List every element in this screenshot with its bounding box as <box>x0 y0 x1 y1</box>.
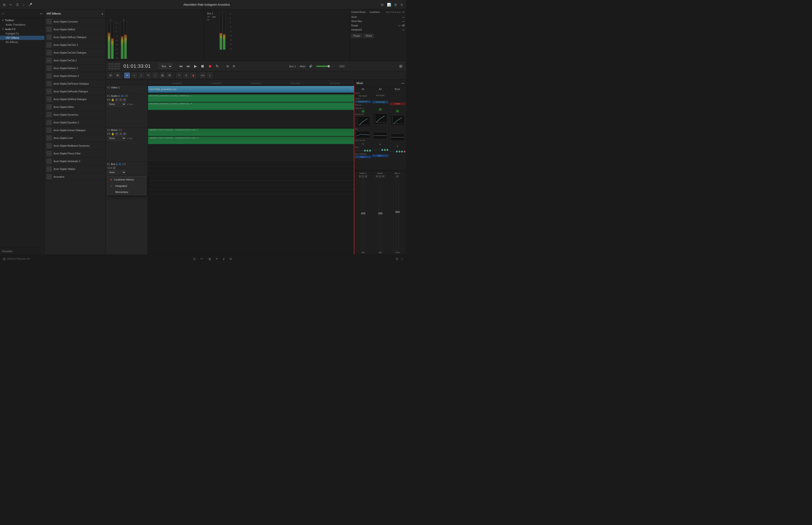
audio-transitions-item[interactable]: Audio Transitions <box>0 22 44 27</box>
effect-item-2[interactable]: ~ Acon Digital DeBuzz Dialogue <box>45 33 106 41</box>
effect-item-8[interactable]: ~ Acon Digital DePlosive Dialogue <box>45 80 106 88</box>
mic-icon[interactable]: 🎤 <box>28 3 32 6</box>
test-dropdown[interactable]: Test <box>158 64 172 69</box>
reset-button[interactable]: Reset <box>364 34 374 38</box>
mixer-a1-eq[interactable] <box>356 131 370 138</box>
mixer-bus1-effects-badge[interactable]: Limiter <box>389 103 405 105</box>
mixer-a2-dynamics[interactable] <box>373 114 387 124</box>
skip-back-button[interactable]: ⏮ <box>178 64 184 69</box>
a2-clip-l[interactable]: Vegetable Police Productions - Sasquatch… <box>148 129 354 136</box>
music-notes-icon[interactable]: ♪ <box>23 3 25 6</box>
a1-lock-icon[interactable]: 🔒 <box>111 98 114 101</box>
mixer-bus1-eq[interactable] <box>390 134 404 141</box>
effect-item-9[interactable]: ~ Acon Digital DeRustle Dialogue <box>45 88 106 95</box>
bottom-cut-icon[interactable]: ✂ <box>200 257 203 260</box>
a2-fader-track[interactable] <box>379 178 381 251</box>
volume-icon[interactable]: 🔊 <box>309 65 312 68</box>
bottom-deliver-icon[interactable]: ⊕ <box>229 257 232 260</box>
loudness-history-title-item[interactable]: ● Loudness History <box>107 176 146 183</box>
bottom-color-icon[interactable]: ◑ <box>208 257 211 260</box>
a2-send-dropdown[interactable]: None <box>107 136 126 140</box>
a2-r-button[interactable]: R <box>115 132 119 135</box>
stop-button[interactable]: ⏹ <box>200 64 205 69</box>
a1-fader-knob[interactable] <box>361 212 365 214</box>
a1-fader-track[interactable] <box>362 178 364 251</box>
effects-collapse-icon[interactable]: ▲ <box>101 12 104 15</box>
snap-icon[interactable]: ⊞ <box>226 65 230 68</box>
pitch-tool[interactable]: ∧ <box>183 73 189 78</box>
effect-item-0[interactable]: ~ Acon Digital Convolve <box>45 18 106 26</box>
camera-icon[interactable]: ⊞ <box>3 3 6 6</box>
a2-clip-r[interactable]: Vegetable Police Productions - Sasquatch… <box>148 137 354 144</box>
pan-dot-a2-3[interactable] <box>386 149 388 151</box>
scissors-icon[interactable]: ✂ <box>10 3 12 6</box>
mixer-bus1-dynamics[interactable] <box>390 115 404 126</box>
select-tool[interactable]: ⊟ <box>108 73 113 78</box>
pointer-tool[interactable]: ↖ <box>124 73 130 78</box>
pause-button[interactable]: Pause <box>351 34 362 38</box>
mixer-view-icon[interactable]: ⊟ <box>381 3 384 6</box>
bus1-fader-track[interactable] <box>396 178 398 251</box>
add-tool[interactable]: + <box>131 73 137 78</box>
a1-fader-m[interactable]: M <box>365 175 367 178</box>
mixer-bus1-in-badge[interactable]: In <box>396 110 399 112</box>
effect-item-7[interactable]: ~ Acon Digital DeNoise 2 <box>45 72 106 80</box>
mixer-a2-in-badge[interactable]: In <box>379 108 382 111</box>
a1-send-dropdown[interactable]: None <box>107 102 126 106</box>
mixer-a1-dynamics[interactable] <box>356 116 370 127</box>
a2-lock-icon[interactable]: 🔒 <box>111 132 114 135</box>
bottom-fx-icon[interactable]: ✦ <box>215 257 218 260</box>
a2-fader-m[interactable]: M <box>382 175 385 178</box>
fast-forward-button[interactable]: ⏭ <box>186 64 191 69</box>
a1-fader-r[interactable]: R <box>358 175 361 178</box>
effect-item-17[interactable]: ~ Acon Digital Phono Filter <box>45 150 106 158</box>
record-tool[interactable]: ⏺ <box>190 73 196 78</box>
blade-tool[interactable]: ✂ <box>145 73 151 78</box>
vst-effects-item[interactable]: VST Effects <box>0 36 44 40</box>
b1-send-dropdown[interactable]: None <box>107 170 126 175</box>
pan-dot-a1-3[interactable] <box>369 150 371 152</box>
mixer-a2-order-badge[interactable]: FX DY EQ <box>372 101 388 103</box>
bus1-fader-m[interactable]: M <box>396 175 399 178</box>
effect-item-19[interactable]: ~ Acon Digital Vitalize <box>45 165 106 173</box>
pan-dot-bus1-4[interactable] <box>404 151 405 152</box>
pan-dot-a2[interactable] <box>381 149 383 151</box>
effect-item-16[interactable]: ~ Acon Digital Multiband Dynamics <box>45 142 106 150</box>
edit-tool[interactable]: ⊥ <box>138 73 144 78</box>
effect-item-4[interactable]: ~ Acon Digital DeClick Dialogue <box>45 49 106 57</box>
effect-item-3[interactable]: ~ Acon Digital DeClick 2 <box>45 41 106 49</box>
pan-dot-a1-2[interactable] <box>367 150 368 152</box>
settings-icon[interactable]: ⚙ <box>232 65 236 68</box>
left-panel-more-icon[interactable]: ••• <box>40 12 43 15</box>
bottom-audio-icon[interactable]: ♪ <box>223 257 225 260</box>
effect-item-1[interactable]: ~ Acon Digital DeBird <box>45 26 106 33</box>
effect-item-14[interactable]: ~ Acon Digital Extract Dialogue <box>45 126 106 134</box>
mixer-a2-add-send[interactable]: + <box>379 142 381 146</box>
effect-item-20[interactable]: ~ Acoustica <box>45 173 106 181</box>
close-panel-icon[interactable]: ✕ <box>400 3 403 6</box>
momentary-option[interactable]: ✓ Momentary <box>107 189 146 195</box>
effect-item-15[interactable]: ~ Acon Digital Limit <box>45 134 106 142</box>
cursor-view-icon[interactable]: ⊞ <box>394 3 397 6</box>
a2-fader-knob[interactable] <box>378 212 383 214</box>
pan-dot-a1[interactable] <box>364 150 366 152</box>
audio-fx-item[interactable]: ▼ Audio FX <box>0 27 44 31</box>
mixer-a1-bus-output[interactable]: Bus 1 <box>355 155 371 158</box>
mixer-bus1-add-send[interactable]: + <box>397 144 398 148</box>
v1-clip[interactable]: DSCF3395_tentacle001.mov F... <box>148 86 354 93</box>
effect-item-10[interactable]: ~ Acon Digital DeWind Dialogue <box>45 95 106 103</box>
b1-fx-badge[interactable]: fx <box>119 163 121 165</box>
effect-item-5[interactable]: ~ Acon Digital DeClip 2 <box>45 57 106 64</box>
mixer-a2-bus-output[interactable]: Bus 1 <box>372 154 388 157</box>
a1-m-button[interactable]: M <box>123 98 126 101</box>
mixer-more-icon[interactable]: ••• <box>401 82 404 85</box>
effect-item-11[interactable]: ~ Acon Digital Dither <box>45 103 106 111</box>
effect-item-6[interactable]: ~ Acon Digital DeHum 2 <box>45 64 106 72</box>
a1-clip-l[interactable]: DSCF3395_tentacle001_Acoustica_K3B0H.wav… <box>148 94 354 102</box>
grid-tool[interactable]: ⊞ <box>114 73 120 78</box>
record-button[interactable]: ⏺ <box>207 64 213 69</box>
integrated-option[interactable]: ✓ Integrated <box>107 183 146 189</box>
a1-s-button[interactable]: S <box>119 98 122 101</box>
flag-tool[interactable]: ⊟ <box>167 73 172 78</box>
bus1-fader-knob[interactable] <box>395 211 400 213</box>
